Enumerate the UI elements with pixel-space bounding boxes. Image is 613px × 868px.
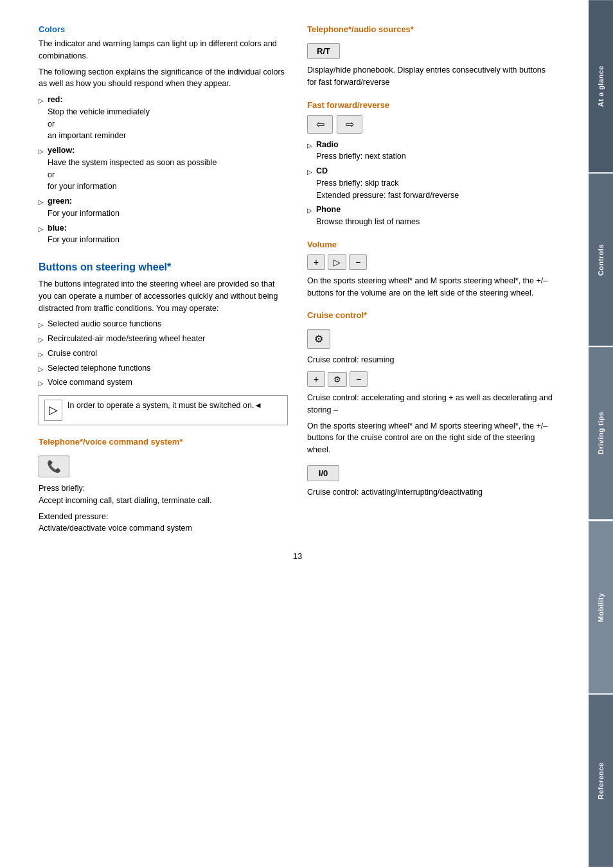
tab-at-a-glance[interactable]: At a glance — [589, 0, 613, 172]
list-item: ▷ Phone Browse through list of names — [307, 204, 556, 228]
cruise-io-desc: Cruise control: activating/interrupting/… — [307, 486, 556, 499]
list-item: ▷ green: For your information — [39, 195, 288, 220]
steering-para: The buttons integrated into the steering… — [39, 278, 288, 314]
tab-reference[interactable]: Reference — [589, 695, 613, 867]
colors-para2: The following section explains the signi… — [39, 66, 288, 91]
cruise-accel-desc: Cruise control: accelerating and storing… — [307, 392, 556, 416]
steering-wheel-section: Buttons on steering wheel* The buttons i… — [39, 261, 288, 425]
volume-button-row: + ▷ − — [307, 254, 556, 270]
bullet-arrow-icon: ▷ — [307, 141, 312, 150]
bullet-arrow-icon: ▷ — [39, 320, 44, 330]
list-item: ▷ blue: For your information — [39, 222, 288, 247]
cruise-minus-button: − — [350, 371, 368, 387]
phone-icon-box: 📞 — [39, 456, 69, 477]
steering-bullet-list: ▷ Selected audio source functions ▷ Reci… — [39, 318, 288, 389]
cruise-resume-icon: ⚙ — [314, 333, 323, 345]
tel-audio-desc: Display/hide phonebook. Display entries … — [307, 64, 556, 89]
tab-mobility[interactable]: Mobility — [589, 521, 613, 693]
tab-controls[interactable]: Controls — [589, 173, 613, 346]
bullet-arrow-icon: ▷ — [39, 224, 44, 234]
volume-desc: On the sports steering wheel* and M spor… — [307, 275, 556, 299]
cruise-resume-desc: Cruise control: resuming — [307, 354, 556, 366]
note-box: ▷ In order to operate a system, it must … — [39, 395, 288, 425]
cruise-io-button: I/0 — [307, 465, 339, 481]
rewind-button: ⇦ — [307, 115, 333, 134]
tab-driving-tips[interactable]: Driving tips — [589, 347, 613, 519]
phone-icon: 📞 — [47, 459, 61, 474]
tel-audio-heading: Telephone*/audio sources* — [307, 24, 556, 34]
rt-button: R/T — [307, 43, 340, 59]
list-item: ▷ Selected audio source functions — [39, 318, 288, 330]
colors-bullet-list: ▷ red: Stop the vehicle immediately or a… — [39, 94, 288, 246]
cruise-resume-icon-box: ⚙ — [307, 329, 330, 349]
list-item: ▷ Voice command system — [39, 376, 288, 389]
list-item: ▷ Selected telephone functions — [39, 362, 288, 375]
list-item: ▷ yellow: Have the system inspected as s… — [39, 145, 288, 193]
cruise-accel-row: + ⚙ − — [307, 371, 556, 387]
bullet-arrow-icon: ▷ — [39, 335, 44, 344]
list-item: ▷ Cruise control — [39, 348, 288, 360]
volume-section: Volume + ▷ − On the sports steering whee… — [307, 240, 556, 299]
note-icon: ▷ — [44, 400, 62, 421]
volume-heading: Volume — [307, 240, 556, 249]
vol-center-button: ▷ — [328, 254, 346, 270]
cruise-accel-icon-box: ⚙ — [328, 372, 347, 387]
page-number: 13 — [39, 551, 556, 561]
right-tabs: At a glance Controls Driving tips Mobili… — [589, 0, 613, 868]
cruise-sports-desc: On the sports steering wheel* and M spor… — [307, 420, 556, 456]
fastforward-button: ⇨ — [337, 115, 362, 134]
bullet-arrow-icon: ▷ — [39, 364, 44, 374]
bullet-arrow-icon: ▷ — [307, 167, 312, 177]
cruise-control-section: Cruise control* ⚙ Cruise control: resumi… — [307, 310, 556, 498]
list-item: ▷ CD Press briefly: skip track Extended … — [307, 165, 556, 201]
cruise-plus-button: + — [307, 371, 325, 387]
list-item: ▷ Recirculated-air mode/steering wheel h… — [39, 333, 288, 345]
bullet-arrow-icon: ▷ — [39, 146, 44, 156]
bullet-arrow-icon: ▷ — [39, 197, 44, 207]
bullet-arrow-icon: ▷ — [307, 206, 312, 215]
steering-heading: Buttons on steering wheel* — [39, 261, 288, 273]
cruise-heading: Cruise control* — [307, 310, 556, 320]
vol-minus-button: − — [349, 254, 367, 270]
note-text: In order to operate a system, it must be… — [67, 400, 262, 412]
ff-button-row: ⇦ ⇨ — [307, 115, 556, 134]
colors-para1: The indicator and warning lamps can ligh… — [39, 38, 288, 62]
colors-section: Colors The indicator and warning lamps c… — [39, 24, 288, 246]
ff-bullet-list: ▷ Radio Press briefly: next station ▷ CD… — [307, 139, 556, 228]
tel-audio-section: Telephone*/audio sources* R/T Display/hi… — [307, 24, 556, 89]
colors-heading: Colors — [39, 24, 288, 34]
bullet-arrow-icon: ▷ — [39, 378, 44, 388]
list-item: ▷ red: Stop the vehicle immediately or a… — [39, 94, 288, 142]
bullet-arrow-icon: ▷ — [39, 350, 44, 359]
list-item: ▷ Radio Press briefly: next station — [307, 139, 556, 163]
cruise-accel-icon: ⚙ — [333, 375, 341, 384]
bullet-arrow-icon: ▷ — [39, 96, 44, 105]
fast-forward-section: Fast forward/reverse ⇦ ⇨ ▷ Radio Press b… — [307, 100, 556, 228]
tel-voice-section: Telephone*/voice command system* 📞 Press… — [39, 437, 288, 535]
tel-voice-heading: Telephone*/voice command system* — [39, 437, 288, 447]
extended-pressure-text: Extended pressure: Activate/deactivate v… — [39, 511, 288, 535]
press-briefly-label: Press briefly: Accept incoming call, sta… — [39, 483, 288, 507]
vol-plus-button: + — [307, 254, 325, 270]
fast-forward-heading: Fast forward/reverse — [307, 100, 556, 110]
